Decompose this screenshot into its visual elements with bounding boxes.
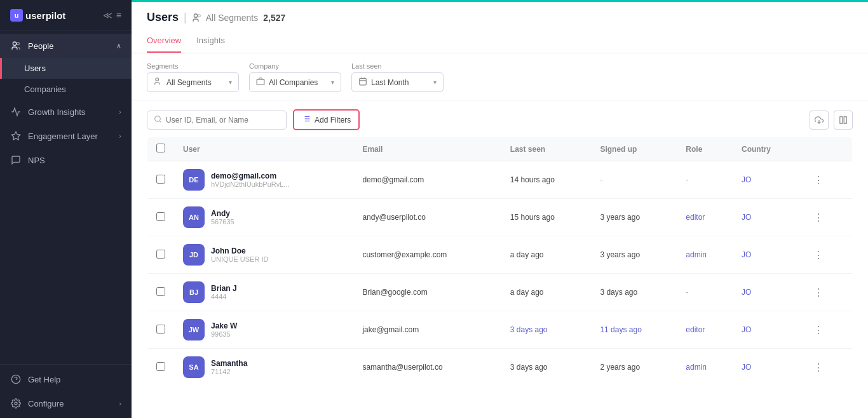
engagement-layer-chevron: ›: [119, 132, 121, 140]
svg-point-5: [15, 402, 17, 405]
role-value[interactable]: admin: [686, 363, 707, 372]
role-value[interactable]: editor: [686, 213, 705, 222]
nps-icon: [10, 154, 22, 166]
row-checkbox[interactable]: [156, 175, 165, 184]
row-checkbox[interactable]: [156, 362, 165, 371]
user-id: 99635: [211, 330, 237, 338]
sidebar-toggle-button[interactable]: ≪ ≡: [103, 10, 121, 20]
row-more-button[interactable]: ⋮: [810, 360, 827, 375]
row-checkbox-cell: [147, 311, 175, 349]
row-user-cell: SA Samantha 71142: [174, 349, 353, 386]
country-value[interactable]: JO: [742, 288, 751, 297]
col-country: Country: [733, 137, 801, 161]
svg-point-6: [194, 14, 197, 17]
svg-point-7: [198, 14, 200, 17]
growth-insights-chevron: ›: [119, 108, 121, 116]
user-info: Brian J 4444: [211, 284, 237, 300]
table-toolbar: Add Filters: [147, 100, 853, 137]
table-container[interactable]: Add Filters User Email: [132, 100, 868, 418]
svg-rect-9: [257, 79, 264, 84]
sidebar-bottom-nav: Get Help Configure ›: [0, 364, 132, 418]
row-actions-cell: ⋮: [801, 274, 853, 311]
user-id: UNIQUE USER ID: [211, 255, 268, 263]
filters-row: Segments All Segments ▾ Company All Comp…: [132, 53, 868, 100]
segments-filter-select[interactable]: All Segments ▾: [147, 72, 239, 92]
engagement-layer-icon: [10, 130, 22, 142]
country-value[interactable]: JO: [742, 175, 751, 184]
col-last-seen: Last seen: [501, 137, 592, 161]
sidebar-item-get-help[interactable]: Get Help: [0, 367, 132, 391]
sidebar-item-users[interactable]: Users: [0, 58, 132, 79]
row-email-cell: demo@gmail.com: [353, 161, 501, 199]
row-last-seen-cell: 3 days ago: [501, 349, 592, 386]
row-more-button[interactable]: ⋮: [810, 248, 827, 262]
columns-button[interactable]: [834, 111, 853, 130]
user-avatar: JD: [183, 244, 205, 266]
sidebar: u userpilot ≪ ≡ People ∧ Users Companies: [0, 0, 132, 418]
country-value[interactable]: JO: [742, 250, 751, 259]
col-user: User: [174, 137, 353, 161]
sidebar-item-growth-insights[interactable]: Growth Insights ›: [0, 100, 132, 124]
last-seen-filter-group: Last seen Last Month ▾: [351, 62, 444, 92]
row-role-cell: admin: [677, 236, 733, 274]
row-more-button[interactable]: ⋮: [810, 210, 827, 225]
sidebar-item-configure[interactable]: Configure ›: [0, 391, 132, 415]
country-value[interactable]: JO: [742, 213, 751, 222]
search-input-wrapper[interactable]: [147, 111, 287, 130]
last-seen-filter-label: Last seen: [351, 62, 444, 70]
user-name: Brian J: [211, 284, 237, 293]
last-seen-filter-value: Last Month: [371, 78, 430, 87]
row-checkbox-cell: [147, 161, 175, 199]
row-last-seen-cell: 15 hours ago: [501, 199, 592, 236]
sidebar-item-companies[interactable]: Companies: [0, 79, 132, 100]
country-value[interactable]: JO: [742, 325, 751, 334]
table-row: SA Samantha 71142 samantha@userpilot.co …: [147, 349, 853, 386]
row-email-cell: jake@gmail.com: [353, 311, 501, 349]
table-toolbar-right: [810, 111, 853, 130]
country-value[interactable]: JO: [742, 363, 751, 372]
sidebar-item-engagement-layer[interactable]: Engagement Layer ›: [0, 124, 132, 148]
users-label: Users: [24, 64, 46, 73]
role-dash: -: [686, 175, 688, 184]
search-input[interactable]: [166, 116, 280, 125]
table-header: User Email Last seen Signed up Role Coun…: [147, 137, 853, 161]
user-name: John Doe: [211, 246, 268, 255]
row-last-seen-cell: a day ago: [501, 236, 592, 274]
row-checkbox-cell: [147, 274, 175, 311]
tab-overview[interactable]: Overview: [147, 30, 181, 53]
row-checkbox[interactable]: [156, 212, 165, 221]
download-button[interactable]: [810, 111, 829, 130]
user-info: demo@gmail.com hVDjdN2thlUukbPuRvL...: [211, 172, 290, 188]
sidebar-item-nps[interactable]: NPS: [0, 148, 132, 172]
title-divider: |: [184, 11, 187, 24]
row-checkbox-cell: [147, 349, 175, 386]
company-filter-icon: [256, 77, 265, 88]
row-email-cell: andy@userpilot.co: [353, 199, 501, 236]
company-filter-select[interactable]: All Companies ▾: [249, 72, 341, 92]
add-filters-button[interactable]: Add Filters: [293, 109, 360, 130]
row-more-button[interactable]: ⋮: [810, 173, 827, 187]
toggle-icon: ≪: [103, 10, 112, 20]
svg-point-14: [155, 116, 161, 121]
user-avatar: DE: [183, 169, 205, 191]
user-avatar: SA: [183, 356, 205, 378]
row-more-button[interactable]: ⋮: [810, 323, 827, 337]
sidebar-item-people[interactable]: People ∧: [0, 34, 132, 58]
row-checkbox[interactable]: [156, 325, 165, 334]
growth-insights-label: Growth Insights: [28, 107, 112, 117]
tab-insights[interactable]: Insights: [196, 30, 225, 53]
row-checkbox[interactable]: [156, 250, 165, 259]
last-seen-filter-select[interactable]: Last Month ▾: [351, 72, 444, 92]
svg-marker-2: [11, 131, 20, 140]
page-title-row: Users | All Segments 2,527: [147, 11, 853, 24]
role-value[interactable]: editor: [686, 325, 705, 334]
user-id: hVDjdN2thlUukbPuRvL...: [211, 180, 290, 188]
select-all-checkbox[interactable]: [156, 144, 165, 152]
role-value[interactable]: admin: [686, 250, 707, 259]
row-more-button[interactable]: ⋮: [810, 285, 827, 300]
table-toolbar-left: Add Filters: [147, 109, 360, 130]
configure-chevron: ›: [119, 400, 121, 407]
row-checkbox[interactable]: [156, 287, 165, 296]
row-role-cell: admin: [677, 349, 733, 386]
company-filter-label: Company: [249, 62, 341, 70]
